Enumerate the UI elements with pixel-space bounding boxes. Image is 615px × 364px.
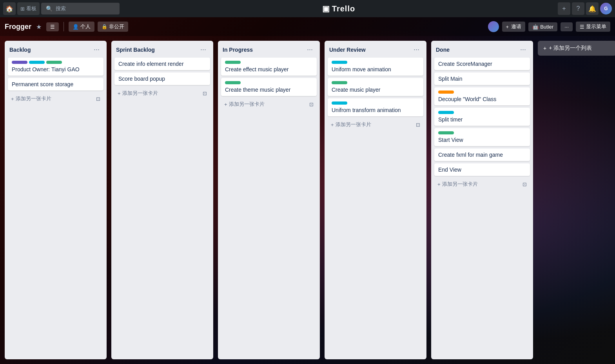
search-bar[interactable]: 🔍 搜索 bbox=[41, 3, 120, 14]
card-product-owner[interactable]: Product Owner: Tianyi GAO bbox=[8, 58, 103, 76]
add-button[interactable]: + bbox=[558, 2, 570, 15]
column-title-backlog: Backlog bbox=[9, 47, 31, 53]
column-header-progress: In Progress ··· bbox=[221, 44, 317, 55]
butler-button[interactable]: 🤖 Butler bbox=[528, 22, 557, 31]
label-purple bbox=[12, 61, 27, 64]
card-text: Decouple "World" Class bbox=[438, 96, 496, 102]
more-options-button[interactable]: ··· bbox=[561, 22, 573, 31]
plus-icon: + bbox=[562, 5, 566, 12]
card-text: Create ScoreManager bbox=[438, 61, 492, 67]
card-text: Create fxml for main game bbox=[438, 152, 503, 158]
card-text: Create music player bbox=[332, 87, 381, 93]
label-teal bbox=[332, 101, 347, 105]
user-avatar[interactable]: G bbox=[600, 3, 612, 14]
card-fxml-main[interactable]: Create fxml for main game bbox=[434, 148, 530, 161]
card-music-player[interactable]: Create music player bbox=[328, 78, 423, 96]
column-sprint-backlog: Sprint Backlog ··· Create info element r… bbox=[111, 41, 213, 359]
card-decouple-world[interactable]: Decouple "World" Class bbox=[434, 87, 530, 105]
menu-toggle-button[interactable]: ☰ ☰ bbox=[46, 22, 59, 31]
template-icon: ⊡ bbox=[96, 96, 100, 102]
top-navigation: 🏠 ⊞ 看板 🔍 搜索 ▣ Trello + ? 🔔 G bbox=[0, 0, 615, 17]
card-text: Split timer bbox=[438, 116, 463, 123]
card-labels bbox=[438, 91, 526, 94]
card-text: End View bbox=[438, 167, 461, 173]
privacy-button[interactable]: 🔒 非公开 bbox=[98, 22, 128, 32]
card-permanent-score[interactable]: Permanent score storage bbox=[8, 78, 103, 91]
label-green bbox=[225, 61, 241, 64]
label-green bbox=[225, 81, 241, 84]
card-start-view[interactable]: Start View bbox=[434, 128, 530, 146]
column-title-review: Under Review bbox=[329, 47, 366, 53]
card-unifrom-transform[interactable]: Unifrom transform animation bbox=[328, 98, 423, 116]
card-text: Split Main bbox=[438, 76, 462, 82]
plus-icon: + bbox=[11, 96, 14, 102]
notifications-button[interactable]: 🔔 bbox=[586, 2, 599, 15]
add-card-review[interactable]: + 添加另一张卡片 ⊡ bbox=[328, 119, 423, 130]
hamburger-icon: ☰ bbox=[50, 24, 55, 30]
invite-button[interactable]: + 邀请 bbox=[502, 22, 526, 32]
add-card-backlog[interactable]: + 添加另一张卡片 ⊡ bbox=[8, 93, 103, 105]
show-menu-button[interactable]: ☰ 显示菜单 bbox=[576, 22, 610, 32]
column-title-done: Done bbox=[436, 47, 450, 53]
add-card-done[interactable]: + 添加另一张卡片 ⊡ bbox=[434, 178, 530, 190]
column-in-progress: In Progress ··· Create effect music play… bbox=[218, 41, 320, 359]
plus-icon: + bbox=[543, 45, 546, 51]
info-icon: ? bbox=[577, 5, 580, 12]
star-button[interactable]: ★ bbox=[34, 22, 43, 32]
card-info-element[interactable]: Create info element render bbox=[114, 58, 210, 70]
home-button[interactable]: 🏠 bbox=[3, 2, 16, 15]
board-header: Frogger ★ ☰ ☰ 👤 个人 🔒 非公开 + 邀请 🤖 Butler ·… bbox=[0, 17, 615, 36]
info-button[interactable]: ? bbox=[572, 2, 584, 15]
card-split-main[interactable]: Split Main bbox=[434, 72, 530, 85]
card-labels bbox=[438, 111, 526, 114]
card-score-board[interactable]: Score board popup bbox=[114, 72, 210, 85]
add-card-sprint[interactable]: + 添加另一张卡片 ⊡ bbox=[114, 87, 210, 99]
card-text: Uniform move animation bbox=[332, 66, 391, 72]
column-menu-review[interactable]: ··· bbox=[411, 45, 422, 54]
column-menu-sprint[interactable]: ··· bbox=[198, 45, 209, 54]
card-uniform-move[interactable]: Uniform move animation bbox=[328, 58, 423, 76]
boards-icon: ⊞ bbox=[20, 6, 25, 12]
card-text: Create effect music player bbox=[225, 66, 288, 72]
card-text: Unifrom transform animation bbox=[332, 107, 401, 113]
plus-icon: + bbox=[437, 181, 441, 187]
column-header-sprint: Sprint Backlog ··· bbox=[114, 44, 210, 55]
label-orange bbox=[438, 91, 454, 94]
plus-icon: + bbox=[331, 122, 334, 128]
board-content: Backlog ··· Product Owner: Tianyi GAO Pe… bbox=[0, 36, 615, 364]
card-labels bbox=[332, 81, 419, 84]
boards-button[interactable]: ⊞ 看板 bbox=[17, 2, 40, 15]
card-labels bbox=[332, 101, 419, 105]
card-text: Product Owner: Tianyi GAO bbox=[12, 66, 80, 72]
card-text: Score board popup bbox=[118, 76, 165, 82]
column-under-review: Under Review ··· Uniform move animation … bbox=[325, 41, 426, 359]
lock-icon: 🔒 bbox=[102, 24, 107, 29]
column-header-done: Done ··· bbox=[434, 44, 530, 55]
template-icon: ⊡ bbox=[309, 101, 314, 107]
menu-icon: ☰ bbox=[580, 24, 584, 30]
search-icon: 🔍 bbox=[46, 5, 53, 12]
add-list-button[interactable]: + + 添加另一个列表 bbox=[538, 41, 615, 56]
label-green bbox=[46, 61, 62, 64]
label-green bbox=[438, 131, 454, 134]
column-menu-progress[interactable]: ··· bbox=[305, 45, 315, 54]
card-end-view[interactable]: End View bbox=[434, 163, 530, 176]
card-labels bbox=[332, 61, 419, 64]
template-icon: ⊡ bbox=[203, 91, 207, 96]
add-card-progress[interactable]: + 添加另一张卡片 ⊡ bbox=[221, 98, 317, 110]
column-header-review: Under Review ··· bbox=[328, 44, 423, 55]
nav-right-actions: + ? 🔔 G bbox=[558, 2, 612, 15]
template-icon: ⊡ bbox=[416, 122, 420, 128]
column-menu-done[interactable]: ··· bbox=[518, 45, 528, 54]
card-labels bbox=[225, 81, 313, 84]
column-menu-backlog[interactable]: ··· bbox=[91, 45, 102, 54]
card-text: Permanent score storage bbox=[12, 81, 73, 87]
card-score-manager[interactable]: Create ScoreManager bbox=[434, 58, 530, 70]
member-avatar[interactable] bbox=[488, 21, 499, 32]
label-teal bbox=[332, 61, 347, 64]
card-text: Start View bbox=[438, 137, 463, 143]
personal-button[interactable]: 👤 个人 bbox=[69, 22, 94, 32]
card-split-timer[interactable]: Split timer bbox=[434, 108, 530, 126]
card-theme-music[interactable]: Create theme music player bbox=[221, 78, 317, 96]
card-effect-music[interactable]: Create effect music player bbox=[221, 58, 317, 76]
